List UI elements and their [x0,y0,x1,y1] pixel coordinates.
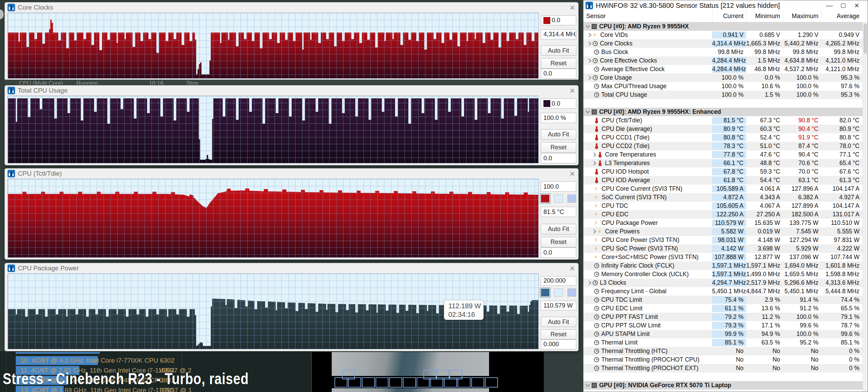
chevron-down-icon[interactable] [586,382,590,387]
chevron-right-icon[interactable] [587,58,591,63]
sensor-row[interactable]: CPU CCD1 (Tdie)80.8 °C52.4 °C91.9 °C80.8… [583,133,868,142]
chevron-down-icon[interactable] [586,24,590,28]
chevron-right-icon[interactable] [592,152,596,157]
auto-fit-button[interactable]: Auto Fit [541,45,576,56]
sensor-section-header[interactable]: CPU [#0]: AMD Ryzen 9 9955HX [583,22,868,31]
sensor-row[interactable]: ⚡CPU Core Current (SVI3 TFN)105.589 A4.0… [583,185,868,193]
sensor-row[interactable]: CPU IOD Average61.8 °C54.4 °C63.1 °C61.3… [583,176,868,185]
auto-fit-button[interactable]: Auto Fit [541,317,576,327]
close-icon[interactable]: × [570,170,575,177]
clock-icon [594,272,599,277]
sensor-row[interactable]: Thermal Throttling (PROCHOT EXT)NoNoNo0 … [583,364,868,373]
column-header-average[interactable]: Average [821,11,862,22]
window-titlebar[interactable]: Total CPU Usage × [5,85,578,96]
sensor-row[interactable]: Average Effective Clock4,284.4 MHz46.8 M… [583,65,868,73]
sensor-section-header[interactable]: CPU [#0]: AMD Ryzen 9 9955HX: Enhanced [583,108,868,116]
cinebench-window-strip[interactable]: CPU (Multi Core) Running... 10:16 Stop [4,80,579,85]
sensor-row[interactable]: Core Usage100.0 %0.0 %100.0 %95.3 % [583,73,868,82]
sensor-row[interactable]: ⚡CPU TDC105.605 A4.067 A127.899 A104.147… [583,202,868,210]
close-icon[interactable]: × [850,1,864,10]
sensor-row[interactable]: Infinity Fabric Clock (FCLK)1,597.1 MHz1… [583,261,868,270]
sensor-row[interactable]: CPU TDC Limit75.4 %2.9 %91.4 %74.4 % [583,296,868,304]
current-value-box: 110.579 W [541,301,576,311]
series-swatch-1[interactable] [541,288,550,297]
window-titlebar[interactable]: Core Clocks × [5,2,578,13]
sensor-row[interactable]: CPU EDC Limit61.1 %13.6 %91.2 %65.5 % [583,304,868,313]
sensor-row[interactable]: ⚡CPU SoC Power (SVI3 TFN)4.142 W3.698 W5… [583,244,868,253]
minimize-icon[interactable]: — [823,2,836,10]
sensor-row[interactable]: APU STAPM Limit99.9 %94.9 %100.0 %99.6 % [583,330,868,338]
sensor-row[interactable]: Core Temperatures77.8 °C47.6 °C90.4 °C77… [583,150,868,159]
window-titlebar[interactable]: CPU (Tctl/Tdie) × [5,168,578,179]
series-swatch-2[interactable] [554,288,563,297]
sensor-row[interactable]: Total CPU Usage100.0 %1.5 %100.0 %95.3 % [583,91,868,99]
close-icon[interactable]: × [570,87,575,94]
sensor-row[interactable]: CPU CCD2 (Tdie)78.3 °C51.0 °C87.4 °C78.0… [583,142,868,150]
sensor-row[interactable]: ⚡CPU Package Power110.579 W15.635 W139.7… [583,219,868,227]
sensor-row[interactable]: L3 Clocks4,294.7 MHz2,517.9 MHz5,296.6 M… [583,279,868,287]
sensor-row[interactable]: ⚡Core+SoC+MISC Power (SVI3 TFN)107.888 W… [583,253,868,261]
sensor-row[interactable]: Thermal Throttling (HTC)NoNoNo0 % [583,347,868,355]
total-cpu-usage-plot[interactable] [8,96,539,163]
close-icon[interactable]: × [570,4,575,11]
series-swatch-3[interactable] [567,194,576,203]
auto-fit-button[interactable]: Auto Fit [541,129,576,140]
column-header-sensor[interactable]: Sensor [583,11,712,22]
sensor-row[interactable]: Core Effective Clocks4,284.4 MHz1.5 MHz4… [583,56,868,65]
series-swatch-3[interactable] [567,288,576,297]
auto-fit-button[interactable]: Auto Fit [541,224,576,234]
sensor-row[interactable]: CPU (Tctl/Tdie)81.5 °C67.3 °C90.8 °C82.0… [583,116,868,125]
sensor-row[interactable]: ⚡CPU Core Power (SVI3 TFN)98.031 W4.148 … [583,236,868,244]
reset-button[interactable]: Reset [541,58,576,68]
sensor-row[interactable]: CPU PPT FAST Limit79.2 %11.2 %100.0 %79.… [583,313,868,321]
core-clocks-plot[interactable] [8,13,539,79]
average-value: 104.147 A [821,202,862,209]
chevron-right-icon[interactable] [587,76,591,80]
sensor-row[interactable]: Bus Clock99.8 MHz99.8 MHz99.8 MHz99.8 MH… [583,48,868,56]
sensor-row[interactable]: ⚡CPU EDC122.250 A27.250 A182.500 A131.01… [583,210,868,219]
sensor-row[interactable]: ⚡Core VIDs0.941 V0.685 V1.290 V0.949 V [583,31,868,39]
chevron-right-icon[interactable] [592,229,596,234]
sensor-row[interactable]: CPU PPT SLOW Limit79.3 %17.1 %99.6 %78.7… [583,321,868,330]
chevron-down-icon[interactable] [586,109,590,113]
sensor-row[interactable]: Max CPU/Thread Usage100.0 %10.6 %100.0 %… [583,82,868,91]
close-icon[interactable]: × [570,265,575,272]
scrollbar[interactable] [863,22,868,392]
series-swatch[interactable] [543,17,550,24]
maximize-icon[interactable] [836,2,850,10]
sensor-row[interactable]: CPU IOD Hotspot67.8 °C59.3 °C70.0 °C67.6… [583,167,868,176]
chevron-right-icon[interactable] [587,33,591,37]
window-titlebar[interactable]: HWiNFO® 32 v8.30-5800 Sensor Status [212… [583,0,868,11]
sensor-row[interactable]: Frequency Limit - Global5,450.1 MHz4,844… [583,287,868,296]
cpu-temperature-plot[interactable] [8,179,539,258]
reset-button[interactable]: Reset [541,329,576,340]
window-titlebar[interactable]: CPU Package Power × [5,263,578,273]
sensor-row[interactable]: Core Clocks4,314.4 MHz1,665.3 MHz5,440.2… [583,39,868,48]
column-header-maximum[interactable]: Maximum [783,11,821,22]
sensor-row[interactable]: ⚡Core Powers5.582 W0.019 W7.545 W5.555 W [583,227,868,236]
series-swatch-2[interactable] [554,194,563,203]
column-header-current[interactable]: Current [712,11,746,22]
series-swatch[interactable] [543,100,550,107]
sensor-row[interactable]: CPU Die (average)80.9 °C60.3 °C90.4 °C80… [583,125,868,133]
series-swatch-1[interactable] [541,194,550,203]
chevron-right-icon[interactable] [587,41,591,46]
ranking-list-item[interactable]: 10. 4C/8T @ 4.2 GHz, Intel Core i7-7700K… [16,356,207,365]
cinebench-stop-button[interactable]: Stop [186,80,198,85]
chevron-right-icon[interactable] [587,281,591,285]
scale-max-box: 0.0 [541,98,576,109]
sensor-row[interactable]: Memory Controller Clock (UCLK)1,597.1 MH… [583,270,868,279]
sensor-row[interactable]: Thermal Throttling (PROCHOT CPU)NoNoNo0 … [583,355,868,364]
sensor-row[interactable]: Thermal Limit85.1 %63.5 %95.2 %85.1 % [583,338,868,347]
sensor-label: CPU PPT SLOW Limit [601,322,661,329]
chevron-right-icon[interactable] [592,161,596,165]
sensor-section-header[interactable]: GPU [#0]: NVIDIA GeForce RTX 5070 Ti Lap… [583,381,868,390]
reset-button[interactable]: Reset [541,142,576,153]
column-header-minimum[interactable]: Minimum [746,11,783,22]
sensor-row[interactable]: ⚡SoC Current (SVI3 TFN)4.872 A4.343 A6.3… [583,193,868,202]
reset-button[interactable]: Reset [541,237,576,247]
average-value: 79.1 % [821,313,862,321]
scrollbar-thumb[interactable] [864,24,867,54]
window-title: Core Clocks [18,4,570,11]
sensor-row[interactable]: L3 Temperatures66.1 °C48.8 °C70.6 °C65.4… [583,159,868,167]
